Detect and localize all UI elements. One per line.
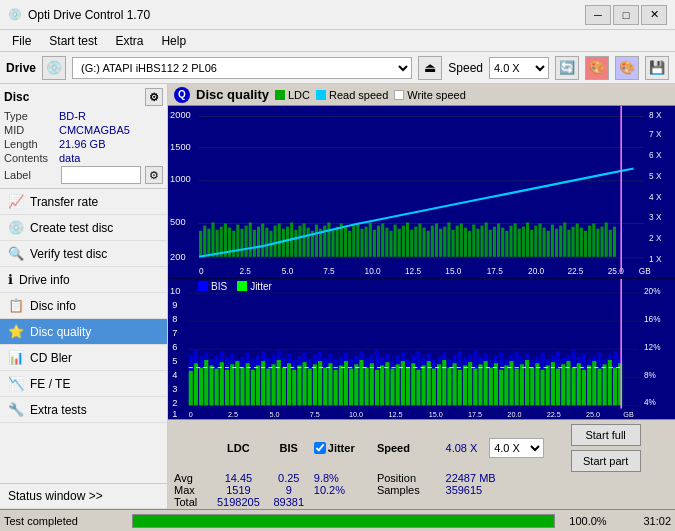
svg-rect-67 [348,231,351,257]
svg-text:22.5: 22.5 [547,410,561,419]
stats-speed-selector[interactable]: 4.0 X 1.0 X 2.0 X 6.0 X [489,438,544,458]
svg-rect-66 [344,228,347,257]
disc-label-input[interactable] [61,166,141,184]
svg-rect-236 [204,360,208,405]
sidebar-label-disc-quality: Disc quality [30,325,91,339]
svg-rect-251 [282,367,286,405]
disc-info-icon: 📋 [8,298,24,313]
svg-rect-241 [230,364,234,405]
sidebar-item-disc-quality[interactable]: ⭐ Disc quality [0,319,167,345]
svg-rect-128 [601,227,604,257]
disc-length-row: Length 21.96 GB [4,138,163,150]
extra-tests-icon: 🔧 [8,402,24,417]
svg-rect-70 [360,229,363,257]
svg-rect-56 [303,224,306,257]
svg-rect-72 [369,222,372,256]
start-part-button[interactable]: Start part [571,450,641,472]
svg-rect-314 [608,360,612,405]
svg-rect-267 [365,367,369,405]
svg-text:12.5: 12.5 [388,410,402,419]
svg-text:5.0: 5.0 [269,410,279,419]
svg-rect-297 [520,364,524,405]
svg-text:7.5: 7.5 [310,410,320,419]
create-test-disc-icon: 💿 [8,220,24,235]
minimize-button[interactable]: ─ [585,5,611,25]
svg-text:7 X: 7 X [649,129,662,139]
svg-text:20%: 20% [644,286,661,296]
sidebar-item-create-test-disc[interactable]: 💿 Create test disc [0,215,167,241]
charts-area: 2000 1500 1000 500 200 0 2.5 5.0 7.5 [168,106,675,419]
sidebar-item-fe-te[interactable]: 📉 FE / TE [0,371,167,397]
svg-rect-256 [308,368,312,405]
read-speed-color-swatch [316,90,326,100]
color2-icon[interactable]: 🎨 [615,56,639,80]
drive-icon: 💿 [42,56,66,80]
disc-length-value: 21.96 GB [59,138,105,150]
position-label: Position [377,472,446,484]
jitter-checkbox[interactable] [314,442,326,454]
svg-rect-31 [199,231,202,257]
svg-rect-309 [582,369,586,405]
svg-text:3 X: 3 X [649,212,662,222]
svg-rect-49 [274,226,277,257]
svg-rect-281 [437,364,441,405]
disc-panel: Disc ⚙ Type BD-R MID CMCMAGBA5 Length 21… [0,84,167,189]
drive-selector[interactable]: (G:) ATAPI iHBS112 2 PL06 [72,57,412,79]
svg-rect-89 [439,229,442,257]
label-settings-icon[interactable]: ⚙ [145,166,163,184]
disc-settings-icon[interactable]: ⚙ [145,88,163,106]
save-icon[interactable]: 💾 [645,56,669,80]
drive-info-icon: ℹ [8,272,13,287]
svg-rect-277 [416,369,420,405]
svg-rect-288 [473,368,477,405]
svg-text:500: 500 [170,217,186,227]
avg-jitter: 9.8% [310,472,377,484]
svg-rect-294 [504,365,508,405]
sidebar-item-cd-bler[interactable]: 📊 CD Bler [0,345,167,371]
svg-rect-289 [478,364,482,405]
disc-mid-row: MID CMCMAGBA5 [4,124,163,136]
color1-icon[interactable]: 🎨 [585,56,609,80]
menu-help[interactable]: Help [153,32,194,50]
svg-text:4 X: 4 X [649,192,662,202]
svg-rect-276 [411,363,415,405]
sidebar-item-status-window[interactable]: Status window >> [0,483,167,509]
svg-rect-116 [551,225,554,257]
svg-rect-280 [432,368,436,405]
speed-selector[interactable]: 4.0 X 1.0 X 2.0 X 6.0 X 8.0 X MAX [489,57,549,79]
svg-rect-113 [538,224,541,257]
svg-text:2 X: 2 X [649,233,662,243]
svg-rect-98 [476,229,479,257]
menu-extra[interactable]: Extra [107,32,151,50]
eject-icon[interactable]: ⏏ [418,56,442,80]
menu-start-test[interactable]: Start test [41,32,105,50]
start-full-button[interactable]: Start full [571,424,641,446]
menu-file[interactable]: File [4,32,39,50]
stats-table: LDC BIS Jitter Speed [174,424,669,508]
sidebar-label-extra-tests: Extra tests [30,403,87,417]
svg-rect-41 [240,229,243,257]
scan-icon[interactable]: 🔄 [555,56,579,80]
sidebar-item-transfer-rate[interactable]: 📈 Transfer rate [0,189,167,215]
svg-rect-287 [468,362,472,405]
maximize-button[interactable]: □ [613,5,639,25]
sidebar-item-disc-info[interactable]: 📋 Disc info [0,293,167,319]
svg-rect-87 [431,226,434,257]
svg-rect-69 [356,224,359,257]
disc-quality-header: Q Disc quality LDC Read speed Write spee… [168,84,675,106]
svg-rect-312 [597,368,601,405]
svg-rect-123 [580,228,583,257]
progress-bar-fill [133,515,554,527]
legend-jitter: Jitter [237,281,272,292]
svg-rect-275 [406,367,410,405]
close-button[interactable]: ✕ [641,5,667,25]
sidebar-item-drive-info[interactable]: ℹ Drive info [0,267,167,293]
sidebar-item-extra-tests[interactable]: 🔧 Extra tests [0,397,167,423]
svg-rect-265 [354,364,358,405]
svg-rect-257 [313,364,317,405]
sidebar-item-verify-test-disc[interactable]: 🔍 Verify test disc [0,241,167,267]
table-row: Avg 14.45 0.25 9.8% Position 22487 MB [174,472,669,484]
content-panel: Q Disc quality LDC Read speed Write spee… [168,84,675,509]
svg-rect-240 [225,369,229,405]
svg-text:3: 3 [172,383,177,394]
